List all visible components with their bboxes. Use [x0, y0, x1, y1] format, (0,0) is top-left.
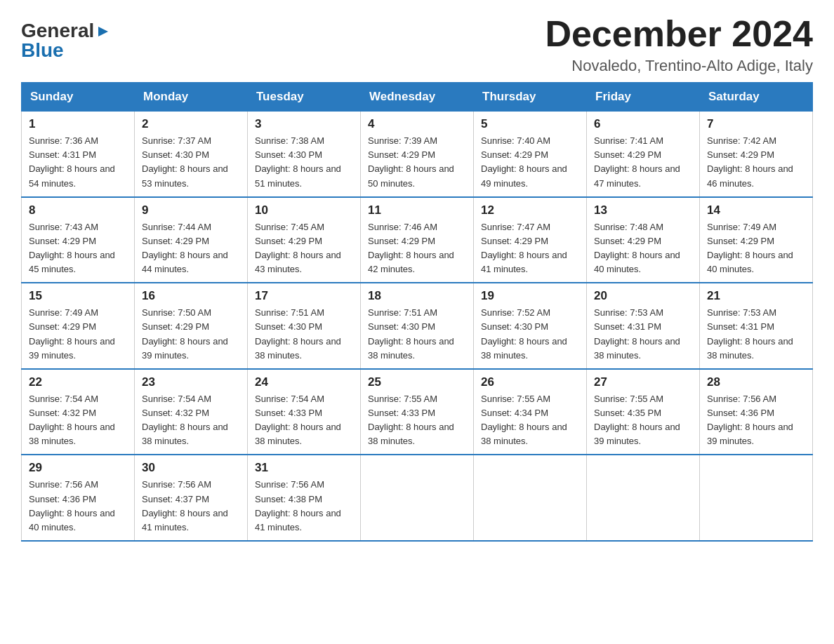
day-info: Sunrise: 7:47 AMSunset: 4:29 PMDaylight:…	[481, 220, 579, 277]
day-info: Sunrise: 7:36 AMSunset: 4:31 PMDaylight:…	[29, 134, 127, 191]
calendar-cell: 18Sunrise: 7:51 AMSunset: 4:30 PMDayligh…	[361, 283, 474, 369]
day-info: Sunrise: 7:55 AMSunset: 4:33 PMDaylight:…	[368, 392, 466, 449]
calendar-cell: 19Sunrise: 7:52 AMSunset: 4:30 PMDayligh…	[474, 283, 587, 369]
calendar-cell: 28Sunrise: 7:56 AMSunset: 4:36 PMDayligh…	[700, 369, 813, 455]
location-subtitle: Novaledo, Trentino-Alto Adige, Italy	[545, 57, 813, 75]
calendar-cell: 14Sunrise: 7:49 AMSunset: 4:29 PMDayligh…	[700, 197, 813, 283]
header-cell-sunday: Sunday	[22, 83, 135, 112]
day-number: 12	[481, 203, 579, 217]
day-number: 6	[594, 117, 692, 131]
calendar-cell: 13Sunrise: 7:48 AMSunset: 4:29 PMDayligh…	[587, 197, 700, 283]
header-cell-tuesday: Tuesday	[248, 83, 361, 112]
day-info: Sunrise: 7:46 AMSunset: 4:29 PMDaylight:…	[368, 220, 466, 277]
calendar-cell: 11Sunrise: 7:46 AMSunset: 4:29 PMDayligh…	[361, 197, 474, 283]
day-number: 30	[142, 461, 240, 475]
calendar-week-1: 1Sunrise: 7:36 AMSunset: 4:31 PMDaylight…	[22, 112, 813, 197]
calendar-week-5: 29Sunrise: 7:56 AMSunset: 4:36 PMDayligh…	[22, 455, 813, 541]
day-info: Sunrise: 7:48 AMSunset: 4:29 PMDaylight:…	[594, 220, 692, 277]
calendar-cell: 12Sunrise: 7:47 AMSunset: 4:29 PMDayligh…	[474, 197, 587, 283]
calendar-cell: 7Sunrise: 7:42 AMSunset: 4:29 PMDaylight…	[700, 112, 813, 197]
calendar-cell: 23Sunrise: 7:54 AMSunset: 4:32 PMDayligh…	[135, 369, 248, 455]
header-cell-monday: Monday	[135, 83, 248, 112]
calendar-cell: 30Sunrise: 7:56 AMSunset: 4:37 PMDayligh…	[135, 455, 248, 541]
day-info: Sunrise: 7:50 AMSunset: 4:29 PMDaylight:…	[142, 306, 240, 363]
day-number: 14	[707, 203, 805, 217]
day-number: 7	[707, 117, 805, 131]
day-number: 19	[481, 289, 579, 303]
day-number: 29	[29, 461, 127, 475]
day-info: Sunrise: 7:49 AMSunset: 4:29 PMDaylight:…	[707, 220, 805, 277]
day-info: Sunrise: 7:53 AMSunset: 4:31 PMDaylight:…	[594, 306, 692, 363]
calendar-cell	[700, 455, 813, 541]
day-number: 3	[255, 117, 353, 131]
calendar-cell: 8Sunrise: 7:43 AMSunset: 4:29 PMDaylight…	[22, 197, 135, 283]
calendar-cell: 21Sunrise: 7:53 AMSunset: 4:31 PMDayligh…	[700, 283, 813, 369]
logo-triangle-icon	[95, 24, 111, 39]
header-cell-friday: Friday	[587, 83, 700, 112]
day-info: Sunrise: 7:39 AMSunset: 4:29 PMDaylight:…	[368, 134, 466, 191]
calendar-cell: 15Sunrise: 7:49 AMSunset: 4:29 PMDayligh…	[22, 283, 135, 369]
day-number: 26	[481, 375, 579, 389]
calendar-cell: 22Sunrise: 7:54 AMSunset: 4:32 PMDayligh…	[22, 369, 135, 455]
calendar-table: SundayMondayTuesdayWednesdayThursdayFrid…	[21, 82, 813, 542]
calendar-cell: 27Sunrise: 7:55 AMSunset: 4:35 PMDayligh…	[587, 369, 700, 455]
calendar-cell: 3Sunrise: 7:38 AMSunset: 4:30 PMDaylight…	[248, 112, 361, 197]
day-number: 23	[142, 375, 240, 389]
day-number: 4	[368, 117, 466, 131]
calendar-cell: 5Sunrise: 7:40 AMSunset: 4:29 PMDaylight…	[474, 112, 587, 197]
day-number: 2	[142, 117, 240, 131]
calendar-cell: 10Sunrise: 7:45 AMSunset: 4:29 PMDayligh…	[248, 197, 361, 283]
day-info: Sunrise: 7:54 AMSunset: 4:32 PMDaylight:…	[29, 392, 127, 449]
logo: General Blue	[21, 21, 111, 60]
day-number: 20	[594, 289, 692, 303]
day-info: Sunrise: 7:54 AMSunset: 4:33 PMDaylight:…	[255, 392, 353, 449]
calendar-cell	[361, 455, 474, 541]
day-number: 21	[707, 289, 805, 303]
day-info: Sunrise: 7:41 AMSunset: 4:29 PMDaylight:…	[594, 134, 692, 191]
calendar-cell: 6Sunrise: 7:41 AMSunset: 4:29 PMDaylight…	[587, 112, 700, 197]
day-info: Sunrise: 7:53 AMSunset: 4:31 PMDaylight:…	[707, 306, 805, 363]
day-info: Sunrise: 7:56 AMSunset: 4:38 PMDaylight:…	[255, 478, 353, 535]
month-title: December 2024	[545, 14, 813, 54]
header-cell-thursday: Thursday	[474, 83, 587, 112]
calendar-cell: 20Sunrise: 7:53 AMSunset: 4:31 PMDayligh…	[587, 283, 700, 369]
day-number: 1	[29, 117, 127, 131]
title-section: December 2024 Novaledo, Trentino-Alto Ad…	[545, 14, 813, 75]
calendar-cell: 17Sunrise: 7:51 AMSunset: 4:30 PMDayligh…	[248, 283, 361, 369]
svg-marker-0	[98, 27, 108, 36]
day-info: Sunrise: 7:56 AMSunset: 4:37 PMDaylight:…	[142, 478, 240, 535]
calendar-cell: 24Sunrise: 7:54 AMSunset: 4:33 PMDayligh…	[248, 369, 361, 455]
day-number: 5	[481, 117, 579, 131]
header-cell-saturday: Saturday	[700, 83, 813, 112]
day-number: 13	[594, 203, 692, 217]
day-info: Sunrise: 7:38 AMSunset: 4:30 PMDaylight:…	[255, 134, 353, 191]
calendar-body: 1Sunrise: 7:36 AMSunset: 4:31 PMDaylight…	[22, 112, 813, 541]
day-number: 16	[142, 289, 240, 303]
day-number: 18	[368, 289, 466, 303]
day-number: 27	[594, 375, 692, 389]
day-info: Sunrise: 7:52 AMSunset: 4:30 PMDaylight:…	[481, 306, 579, 363]
calendar-cell: 2Sunrise: 7:37 AMSunset: 4:30 PMDaylight…	[135, 112, 248, 197]
day-number: 10	[255, 203, 353, 217]
day-number: 15	[29, 289, 127, 303]
day-info: Sunrise: 7:54 AMSunset: 4:32 PMDaylight:…	[142, 392, 240, 449]
day-info: Sunrise: 7:56 AMSunset: 4:36 PMDaylight:…	[29, 478, 127, 535]
day-number: 9	[142, 203, 240, 217]
day-info: Sunrise: 7:44 AMSunset: 4:29 PMDaylight:…	[142, 220, 240, 277]
calendar-week-3: 15Sunrise: 7:49 AMSunset: 4:29 PMDayligh…	[22, 283, 813, 369]
calendar-cell: 25Sunrise: 7:55 AMSunset: 4:33 PMDayligh…	[361, 369, 474, 455]
day-number: 24	[255, 375, 353, 389]
calendar-cell: 16Sunrise: 7:50 AMSunset: 4:29 PMDayligh…	[135, 283, 248, 369]
day-number: 25	[368, 375, 466, 389]
header-cell-wednesday: Wednesday	[361, 83, 474, 112]
calendar-header: SundayMondayTuesdayWednesdayThursdayFrid…	[22, 83, 813, 112]
calendar-week-4: 22Sunrise: 7:54 AMSunset: 4:32 PMDayligh…	[22, 369, 813, 455]
calendar-cell: 31Sunrise: 7:56 AMSunset: 4:38 PMDayligh…	[248, 455, 361, 541]
day-number: 8	[29, 203, 127, 217]
day-info: Sunrise: 7:55 AMSunset: 4:35 PMDaylight:…	[594, 392, 692, 449]
logo-blue-text: Blue	[21, 41, 64, 60]
day-number: 17	[255, 289, 353, 303]
calendar-cell	[587, 455, 700, 541]
calendar-cell: 4Sunrise: 7:39 AMSunset: 4:29 PMDaylight…	[361, 112, 474, 197]
calendar-cell: 1Sunrise: 7:36 AMSunset: 4:31 PMDaylight…	[22, 112, 135, 197]
